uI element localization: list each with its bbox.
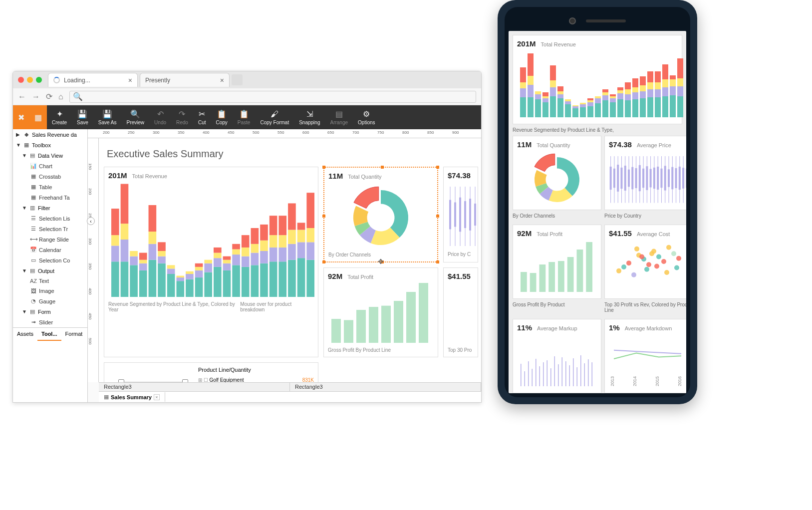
tree-item-crosstab[interactable]: ▦Crosstab	[13, 171, 87, 182]
options-button[interactable]: ⚙Options	[353, 105, 380, 129]
paste-button[interactable]: 📋Paste	[233, 105, 256, 129]
tree-item-selection-container[interactable]: ▭Selection Co	[13, 255, 87, 265]
svg-rect-102	[356, 310, 366, 343]
logo-icon[interactable]: ✖	[13, 105, 29, 129]
tree-item-calendar[interactable]: 📅Calendar	[13, 245, 87, 255]
arrange-button[interactable]: ▤Arrange	[325, 105, 353, 129]
card-total-quantity[interactable]: 11MTotal Quantity By Order Channels ✥	[323, 167, 438, 262]
svg-rect-191	[670, 75, 676, 79]
minimize-window-icon[interactable]	[27, 77, 33, 83]
card-product-line[interactable]: 20132016 Product Line/Quantity ⊞ ☐ Golf …	[104, 362, 318, 382]
redo-button[interactable]: ↷Redo	[171, 105, 193, 129]
card-total-revenue[interactable]: 201MTotal Revenue Revenue Segmented by P…	[104, 167, 318, 357]
svg-point-267	[649, 251, 654, 256]
svg-rect-136	[572, 108, 578, 117]
back-icon[interactable]: ←	[18, 92, 26, 101]
svg-rect-239	[686, 169, 686, 188]
svg-rect-280	[565, 361, 566, 386]
sidebar-tab-toolbox[interactable]: Tool...	[37, 328, 61, 341]
close-tab-icon[interactable]: ×	[128, 76, 132, 84]
svg-rect-42	[204, 260, 212, 263]
close-window-icon[interactable]	[18, 77, 24, 83]
undo-button[interactable]: ↶Undo	[149, 105, 171, 129]
sidebar-collapse-handle[interactable]: ‹	[87, 217, 95, 225]
sidebar-tab-assets[interactable]: Assets	[13, 328, 37, 341]
preview-button[interactable]: 🔍Preview	[122, 105, 150, 129]
forward-icon[interactable]: →	[32, 92, 40, 101]
sidebar-tab-format[interactable]: Format	[61, 328, 87, 341]
svg-rect-188	[670, 95, 676, 117]
close-tab-icon[interactable]: ×	[220, 76, 224, 84]
phone-screen: 201MTotal Revenue Revenue Segmented by P…	[509, 31, 686, 393]
svg-rect-71	[270, 216, 277, 235]
svg-rect-187	[662, 64, 668, 79]
url-input[interactable]: 🔍	[69, 91, 476, 103]
tree-item-text[interactable]: AZText	[13, 276, 87, 286]
tree-group-filter[interactable]: ▼▥Filter	[13, 203, 87, 213]
svg-rect-131	[557, 86, 563, 91]
maximize-window-icon[interactable]	[36, 77, 42, 83]
report-canvas[interactable]: Executive Sales Summary 201MTotal Revenu…	[99, 138, 481, 382]
svg-rect-75	[278, 216, 286, 235]
p-card-revenue[interactable]: 201MTotal Revenue	[513, 35, 682, 124]
svg-rect-107	[419, 283, 428, 343]
svg-rect-225	[660, 169, 662, 188]
svg-rect-16	[149, 260, 157, 297]
svg-rect-270	[528, 361, 529, 386]
tree-item-slider[interactable]: ➟Slider	[13, 317, 87, 327]
tree-item-datasource[interactable]: ▶◆Sales Revenue da	[13, 129, 87, 140]
svg-rect-55	[232, 244, 240, 250]
svg-rect-123	[542, 92, 548, 96]
p-card-cost[interactable]: $41.55Average Cost	[604, 225, 686, 299]
card-total-profit[interactable]: 92MTotal Profit Gross Profit By Product …	[323, 267, 438, 357]
svg-rect-30	[176, 276, 184, 278]
tree-group-data-view[interactable]: ▼▤Data View	[13, 150, 87, 161]
browser-tab-presently[interactable]: Presently ×	[140, 73, 230, 87]
dashboard-icon[interactable]: ▦	[29, 105, 47, 129]
svg-rect-137	[572, 106, 578, 108]
p-card-markup[interactable]: 11%Average Markup	[513, 319, 601, 393]
svg-rect-62	[251, 244, 259, 253]
browser-tab-loading[interactable]: Loading... ×	[48, 73, 138, 87]
tree-item-freehand-table[interactable]: ▦Freehand Ta	[13, 192, 87, 203]
tree-item-toolbox[interactable]: ▼▦Toolbox	[13, 140, 87, 150]
p-card-price[interactable]: $74.38Average Price	[604, 136, 686, 210]
p-card-markdown[interactable]: 1%Average Markdown 2013201420152016	[604, 319, 686, 393]
svg-rect-3	[111, 209, 119, 235]
copy-format-button[interactable]: 🖌Copy Format	[255, 105, 294, 129]
svg-rect-108	[520, 97, 526, 117]
tree-item-range-slider[interactable]: ⟷Range Slide	[13, 234, 87, 245]
home-icon[interactable]: ⌂	[58, 92, 63, 101]
tree-item-selection-tree[interactable]: ☰Selection Tr	[13, 224, 87, 234]
browser-tab-bar: Loading... × Presently ×	[13, 71, 481, 88]
svg-rect-93	[459, 198, 461, 232]
doc-tab-sales-summary[interactable]: ▦ Sales Summary ×	[99, 392, 165, 402]
tree-item-gauge[interactable]: ◔Gauge	[13, 296, 87, 306]
create-button[interactable]: ✦Create	[47, 105, 72, 129]
tree-item-table[interactable]: ▦Table	[13, 182, 87, 192]
cut-button[interactable]: ✂Cut	[193, 105, 211, 129]
svg-rect-72	[278, 261, 286, 297]
tree-item-selection-list[interactable]: ☰Selection Lis	[13, 213, 87, 224]
tree-item-chart[interactable]: 📊Chart	[13, 161, 87, 171]
reload-icon[interactable]: ⟳	[46, 92, 52, 101]
card-average-price[interactable]: $74.38 Price by C	[443, 167, 478, 262]
p-card-quantity[interactable]: 11MTotal Quantity	[513, 136, 601, 210]
close-doc-icon[interactable]: ×	[154, 394, 160, 400]
snapping-button[interactable]: ⇲Snapping	[294, 105, 325, 129]
save-as-button[interactable]: 💾Save As	[93, 105, 122, 129]
svg-point-254	[646, 262, 651, 267]
save-button[interactable]: 💾Save	[72, 105, 93, 129]
svg-rect-158	[610, 96, 616, 98]
svg-rect-229	[668, 169, 670, 187]
card-average-cost[interactable]: $41.55 Top 30 Pro	[443, 267, 478, 357]
svg-rect-274	[543, 362, 544, 386]
tree-group-output[interactable]: ▼▤Output	[13, 265, 87, 276]
copy-button[interactable]: 📋Copy	[211, 105, 232, 129]
tree-item-image[interactable]: 🖼Image	[13, 286, 87, 296]
tree-group-form[interactable]: ▼▤Form	[13, 306, 87, 317]
svg-rect-21	[158, 256, 166, 263]
new-tab-button[interactable]	[232, 74, 243, 85]
p-card-profit[interactable]: 92MTotal Profit	[513, 225, 601, 299]
svg-rect-13	[139, 263, 147, 270]
